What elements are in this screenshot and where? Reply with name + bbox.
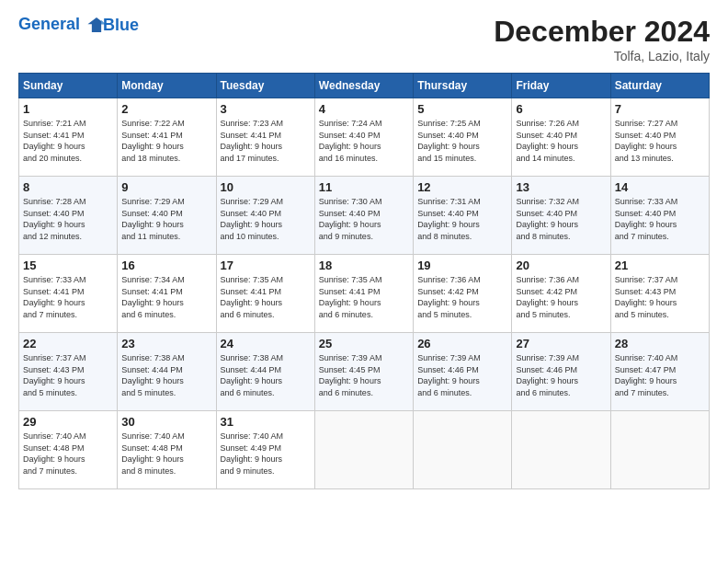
- day-number: 11: [319, 180, 409, 194]
- calendar-week-row: 8Sunrise: 7:28 AM Sunset: 4:40 PM Daylig…: [19, 177, 710, 255]
- calendar-cell: 9Sunrise: 7:29 AM Sunset: 4:40 PM Daylig…: [118, 177, 216, 255]
- day-number: 12: [417, 180, 507, 194]
- calendar-cell: 5Sunrise: 7:25 AM Sunset: 4:40 PM Daylig…: [414, 98, 512, 177]
- header-day: Thursday: [414, 74, 512, 98]
- day-info: Sunrise: 7:27 AM Sunset: 4:40 PM Dayligh…: [615, 118, 705, 164]
- header-row: SundayMondayTuesdayWednesdayThursdayFrid…: [19, 74, 710, 98]
- calendar-cell: 1Sunrise: 7:21 AM Sunset: 4:41 PM Daylig…: [19, 98, 118, 177]
- calendar-cell: 2Sunrise: 7:22 AM Sunset: 4:41 PM Daylig…: [118, 98, 216, 177]
- day-info: Sunrise: 7:31 AM Sunset: 4:40 PM Dayligh…: [417, 196, 507, 242]
- day-info: Sunrise: 7:33 AM Sunset: 4:41 PM Dayligh…: [23, 274, 113, 320]
- day-info: Sunrise: 7:26 AM Sunset: 4:40 PM Dayligh…: [516, 118, 606, 164]
- day-info: Sunrise: 7:23 AM Sunset: 4:41 PM Dayligh…: [221, 118, 311, 164]
- calendar-cell: 30Sunrise: 7:40 AM Sunset: 4:48 PM Dayli…: [118, 411, 216, 489]
- day-number: 20: [516, 259, 606, 272]
- calendar-cell: 17Sunrise: 7:35 AM Sunset: 4:41 PM Dayli…: [216, 255, 314, 333]
- calendar-cell: 11Sunrise: 7:30 AM Sunset: 4:40 PM Dayli…: [314, 177, 413, 255]
- day-number: 7: [615, 102, 705, 116]
- day-number: 29: [23, 415, 113, 429]
- day-info: Sunrise: 7:35 AM Sunset: 4:41 PM Dayligh…: [319, 274, 409, 320]
- day-info: Sunrise: 7:29 AM Sunset: 4:40 PM Dayligh…: [221, 196, 311, 242]
- header-day: Sunday: [19, 74, 118, 98]
- logo-blue: Blue: [103, 16, 139, 35]
- month-title: December 2024: [494, 15, 710, 49]
- day-number: 4: [319, 102, 409, 116]
- day-info: Sunrise: 7:37 AM Sunset: 4:43 PM Dayligh…: [23, 352, 113, 398]
- calendar-cell: 7Sunrise: 7:27 AM Sunset: 4:40 PM Daylig…: [610, 98, 709, 177]
- day-number: 21: [615, 259, 705, 272]
- day-info: Sunrise: 7:35 AM Sunset: 4:41 PM Dayligh…: [221, 274, 311, 320]
- day-number: 30: [121, 415, 211, 429]
- day-number: 19: [417, 259, 507, 272]
- day-number: 9: [121, 180, 211, 194]
- calendar-cell: 28Sunrise: 7:40 AM Sunset: 4:47 PM Dayli…: [610, 333, 709, 411]
- day-info: Sunrise: 7:29 AM Sunset: 4:40 PM Dayligh…: [121, 196, 211, 242]
- day-number: 25: [319, 337, 409, 350]
- day-number: 16: [121, 259, 211, 272]
- calendar-cell: [414, 411, 512, 489]
- day-number: 17: [221, 259, 311, 272]
- header-day: Wednesday: [314, 74, 413, 98]
- day-number: 26: [417, 337, 507, 350]
- header-day: Tuesday: [216, 74, 314, 98]
- location: Tolfa, Lazio, Italy: [494, 49, 710, 63]
- header-day: Friday: [512, 74, 610, 98]
- calendar-cell: 22Sunrise: 7:37 AM Sunset: 4:43 PM Dayli…: [19, 333, 118, 411]
- day-number: 24: [221, 337, 311, 350]
- calendar-table: SundayMondayTuesdayWednesdayThursdayFrid…: [18, 73, 710, 489]
- calendar-cell: 25Sunrise: 7:39 AM Sunset: 4:45 PM Dayli…: [314, 333, 413, 411]
- day-info: Sunrise: 7:38 AM Sunset: 4:44 PM Dayligh…: [221, 352, 311, 398]
- calendar-cell: 27Sunrise: 7:39 AM Sunset: 4:46 PM Dayli…: [512, 333, 610, 411]
- calendar-cell: 18Sunrise: 7:35 AM Sunset: 4:41 PM Dayli…: [314, 255, 413, 333]
- day-number: 6: [516, 102, 606, 116]
- calendar-cell: 31Sunrise: 7:40 AM Sunset: 4:49 PM Dayli…: [216, 411, 314, 489]
- header-day: Monday: [118, 74, 216, 98]
- day-number: 3: [221, 102, 311, 116]
- day-number: 22: [23, 337, 113, 350]
- page: General Blue December 2024 Tolfa, Lazio,…: [0, 0, 728, 499]
- day-info: Sunrise: 7:39 AM Sunset: 4:46 PM Dayligh…: [417, 352, 507, 398]
- day-number: 18: [319, 259, 409, 272]
- day-number: 28: [615, 337, 705, 350]
- calendar-cell: 29Sunrise: 7:40 AM Sunset: 4:48 PM Dayli…: [19, 411, 118, 489]
- calendar-cell: 10Sunrise: 7:29 AM Sunset: 4:40 PM Dayli…: [216, 177, 314, 255]
- calendar-week-row: 1Sunrise: 7:21 AM Sunset: 4:41 PM Daylig…: [19, 98, 710, 177]
- calendar-cell: 24Sunrise: 7:38 AM Sunset: 4:44 PM Dayli…: [216, 333, 314, 411]
- day-info: Sunrise: 7:40 AM Sunset: 4:48 PM Dayligh…: [121, 431, 211, 477]
- day-number: 10: [221, 180, 311, 194]
- day-number: 2: [121, 102, 211, 116]
- calendar-cell: 12Sunrise: 7:31 AM Sunset: 4:40 PM Dayli…: [414, 177, 512, 255]
- day-number: 31: [221, 415, 311, 429]
- calendar-cell: 13Sunrise: 7:32 AM Sunset: 4:40 PM Dayli…: [512, 177, 610, 255]
- day-info: Sunrise: 7:33 AM Sunset: 4:40 PM Dayligh…: [615, 196, 705, 242]
- calendar-cell: 3Sunrise: 7:23 AM Sunset: 4:41 PM Daylig…: [216, 98, 314, 177]
- day-info: Sunrise: 7:40 AM Sunset: 4:47 PM Dayligh…: [615, 352, 705, 398]
- day-info: Sunrise: 7:28 AM Sunset: 4:40 PM Dayligh…: [23, 196, 113, 242]
- day-info: Sunrise: 7:22 AM Sunset: 4:41 PM Dayligh…: [121, 118, 211, 164]
- calendar-cell: 14Sunrise: 7:33 AM Sunset: 4:40 PM Dayli…: [610, 177, 709, 255]
- day-info: Sunrise: 7:37 AM Sunset: 4:43 PM Dayligh…: [615, 274, 705, 320]
- logo: General Blue: [18, 15, 139, 35]
- calendar-week-row: 15Sunrise: 7:33 AM Sunset: 4:41 PM Dayli…: [19, 255, 710, 333]
- day-number: 5: [417, 102, 507, 116]
- day-info: Sunrise: 7:24 AM Sunset: 4:40 PM Dayligh…: [319, 118, 409, 164]
- calendar-cell: 6Sunrise: 7:26 AM Sunset: 4:40 PM Daylig…: [512, 98, 610, 177]
- calendar-week-row: 29Sunrise: 7:40 AM Sunset: 4:48 PM Dayli…: [19, 411, 710, 489]
- day-info: Sunrise: 7:40 AM Sunset: 4:49 PM Dayligh…: [221, 431, 311, 477]
- title-block: December 2024 Tolfa, Lazio, Italy: [494, 15, 710, 63]
- calendar-cell: 19Sunrise: 7:36 AM Sunset: 4:42 PM Dayli…: [414, 255, 512, 333]
- day-number: 13: [516, 180, 606, 194]
- calendar-cell: [314, 411, 413, 489]
- calendar-cell: 26Sunrise: 7:39 AM Sunset: 4:46 PM Dayli…: [414, 333, 512, 411]
- calendar-cell: 20Sunrise: 7:36 AM Sunset: 4:42 PM Dayli…: [512, 255, 610, 333]
- calendar-cell: 4Sunrise: 7:24 AM Sunset: 4:40 PM Daylig…: [314, 98, 413, 177]
- day-info: Sunrise: 7:25 AM Sunset: 4:40 PM Dayligh…: [417, 118, 507, 164]
- day-number: 15: [23, 259, 113, 272]
- header-day: Saturday: [610, 74, 709, 98]
- day-number: 8: [23, 180, 113, 194]
- day-info: Sunrise: 7:36 AM Sunset: 4:42 PM Dayligh…: [417, 274, 507, 320]
- day-info: Sunrise: 7:32 AM Sunset: 4:40 PM Dayligh…: [516, 196, 606, 242]
- logo-general: General: [18, 15, 80, 33]
- day-number: 1: [23, 102, 113, 116]
- day-info: Sunrise: 7:39 AM Sunset: 4:46 PM Dayligh…: [516, 352, 606, 398]
